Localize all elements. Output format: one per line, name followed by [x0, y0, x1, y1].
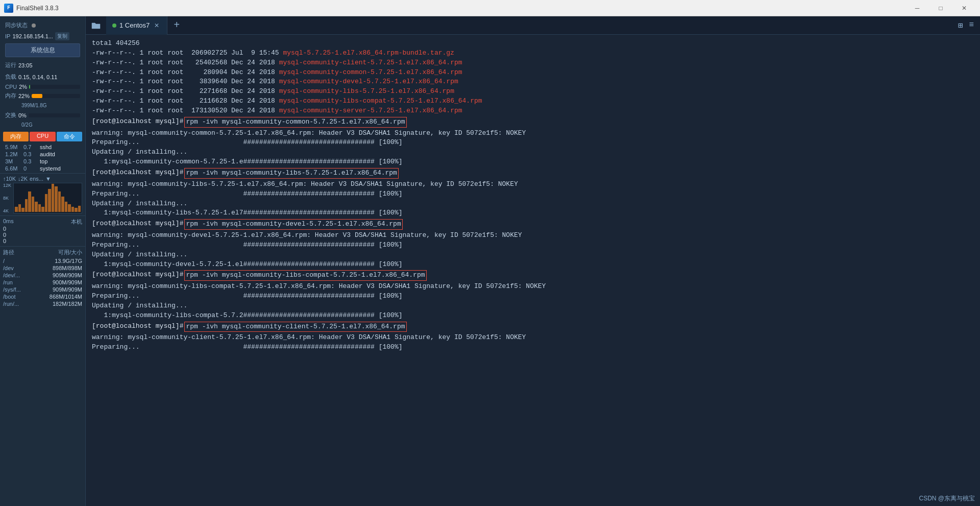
net-bar: [25, 199, 28, 212]
terminal-prompt: [root@localhost mysql]#: [92, 117, 183, 127]
proc-cpu: 0.3: [23, 158, 38, 164]
disk-item: /13.9G/17G: [3, 257, 82, 264]
terminal-line: Updating / installing...: [92, 250, 974, 260]
disk-item: /dev898M/898M: [3, 264, 82, 272]
disk-header: 路径 可用/大小: [3, 249, 82, 256]
close-button[interactable]: ✕: [952, 0, 976, 16]
disk-path: /sys/f...: [3, 286, 21, 293]
terminal-line: warning: mysql-community-libs-5.7.25-1.e…: [92, 180, 974, 189]
copy-ip-button[interactable]: 复制: [55, 32, 69, 40]
net-bar: [65, 202, 68, 212]
terminal-prompt: [root@localhost mysql]#: [92, 168, 183, 178]
terminal-line: Preparing... ###########################…: [92, 189, 974, 199]
disk-item: /dev/...909M/909M: [3, 272, 82, 279]
terminal-command: rpm -ivh mysql-community-client-5.7.25-1…: [184, 322, 406, 332]
mem-stat: 内存 22%: [0, 91, 85, 101]
net-bar: [28, 191, 31, 212]
main-layout: 同步状态 IP 192.168.154.1... 复制 系统信息 运行 23:0…: [0, 16, 980, 506]
proc-cpu: 0.3: [23, 151, 38, 157]
sync-status-row: 同步状态: [0, 19, 85, 31]
ping-value-item: 0: [3, 232, 82, 238]
terminal-line: Preparing... ###########################…: [92, 138, 974, 148]
ping-value-item: 0: [3, 238, 82, 244]
tab-mem[interactable]: 内存: [3, 132, 29, 141]
terminal-prompt: [root@localhost mysql]#: [92, 219, 183, 229]
swap-detail-row: 0/2G: [0, 120, 85, 130]
net-download: ↓2K: [18, 176, 28, 182]
disk-size: 868M/1014M: [50, 294, 82, 300]
app-logo: F: [4, 4, 13, 13]
proc-name: auditd: [40, 151, 55, 157]
disk-size: 909M/909M: [53, 286, 82, 293]
ip-label: IP: [5, 33, 10, 39]
uptime-row: 运行 23:05: [0, 59, 85, 71]
net-bar: [78, 206, 81, 212]
terminal-file-line: -rw-r--r--. 1 root root 206902725 Jul 9 …: [92, 49, 974, 58]
ping-host: 本机: [71, 218, 82, 226]
session-tab-centos7[interactable]: 1 Centos7 ✕: [106, 16, 167, 35]
terminal-line: Preparing... ###########################…: [92, 240, 974, 250]
minimize-button[interactable]: ─: [905, 0, 929, 16]
disk-size: 909M/909M: [53, 272, 82, 278]
grid-layout-button[interactable]: ⊞: [956, 19, 965, 32]
terminal-line: warning: mysql-community-devel-5.7.25-1.…: [92, 231, 974, 240]
sync-dot: [32, 23, 36, 28]
net-bar: [35, 202, 38, 212]
process-tabs: 内存 CPU 命令: [0, 130, 85, 143]
tab-label: 1 Centos7: [119, 21, 150, 29]
load-row: 负载 0.15, 0.14, 0.11: [0, 71, 85, 83]
cpu-stat: CPU 2%: [0, 83, 85, 91]
sysinfo-button[interactable]: 系统信息: [5, 43, 80, 57]
process-item: 3M0.3top: [3, 158, 82, 165]
net-bar: [21, 208, 24, 212]
tab-connected-dot: [112, 23, 116, 28]
process-list: 5.9M0.7sshd1.2M0.3auditd3M0.3top6.6M0sys…: [0, 143, 85, 172]
terminal-line: Preparing... ###########################…: [92, 343, 974, 352]
terminal-line: Preparing... ###########################…: [92, 292, 974, 301]
ping-value: 0ms: [3, 218, 14, 226]
disk-section: 路径 可用/大小 /13.9G/17G/dev898M/898M/dev/...…: [0, 246, 85, 503]
tab-cpu[interactable]: CPU: [30, 132, 55, 141]
terminal-line: total 404256: [92, 39, 974, 49]
ping-value-item: 0: [3, 226, 82, 232]
folder-icon-button[interactable]: [86, 16, 106, 35]
net-expand-icon[interactable]: ▼: [45, 176, 51, 182]
terminal-file-line: -rw-r--r--. 1 root root 2271668 Dec 24 2…: [92, 87, 974, 97]
disk-size: 900M/909M: [53, 279, 82, 285]
swap-detail: 0/2G: [21, 122, 33, 128]
mem-detail-row: 399M/1.8G: [0, 101, 85, 110]
net-bars: [14, 183, 82, 213]
tab-cmd[interactable]: 命令: [57, 132, 82, 141]
terminal-prompt: [root@localhost mysql]#: [92, 322, 183, 331]
sidebar: 同步状态 IP 192.168.154.1... 复制 系统信息 运行 23:0…: [0, 16, 86, 506]
terminal[interactable]: total 404256-rw-r--r--. 1 root root 2069…: [86, 35, 980, 506]
disk-size-header: 可用/大小: [58, 249, 82, 256]
net-chart: [13, 183, 82, 213]
maximize-button[interactable]: □: [929, 0, 952, 16]
proc-cpu: 0.7: [23, 144, 38, 150]
net-scale-mid: 8K: [3, 196, 11, 201]
net-bar: [52, 184, 55, 212]
terminal-command: rpm -ivh mysql-community-common-5.7.25-1…: [184, 117, 406, 128]
process-item: 6.6M0systemd: [3, 165, 82, 172]
net-bar: [32, 197, 35, 212]
add-tab-button[interactable]: +: [167, 16, 186, 35]
tab-close-button[interactable]: ✕: [153, 21, 161, 30]
disk-item: /boot868M/1014M: [3, 293, 82, 300]
terminal-line: 1:mysql-community-devel-5.7.25-1.el#####…: [92, 260, 974, 270]
load-value: 0.15, 0.14, 0.11: [18, 74, 57, 80]
terminal-command: rpm -ivh mysql-community-devel-5.7.25-1.…: [184, 219, 402, 230]
net-scale: 12K 8K 4K: [3, 183, 11, 213]
ip-value: 192.168.154.1...: [12, 33, 53, 39]
disk-item: /run/...182M/182M: [3, 300, 82, 307]
list-layout-button[interactable]: ≡: [967, 19, 976, 32]
net-bar: [71, 207, 75, 212]
swap-progress-bar: [29, 113, 80, 117]
mem-label: 内存: [5, 92, 16, 100]
disk-item: /sys/f...909M/909M: [3, 286, 82, 293]
disk-size: 13.9G/17G: [55, 258, 82, 264]
terminal-line: Updating / installing...: [92, 199, 974, 209]
network-section: ↑10K ↓2K ens... ▼ 12K 8K 4K: [0, 173, 85, 215]
disk-path: /boot: [3, 294, 15, 300]
cpu-value: 2%: [19, 84, 27, 90]
